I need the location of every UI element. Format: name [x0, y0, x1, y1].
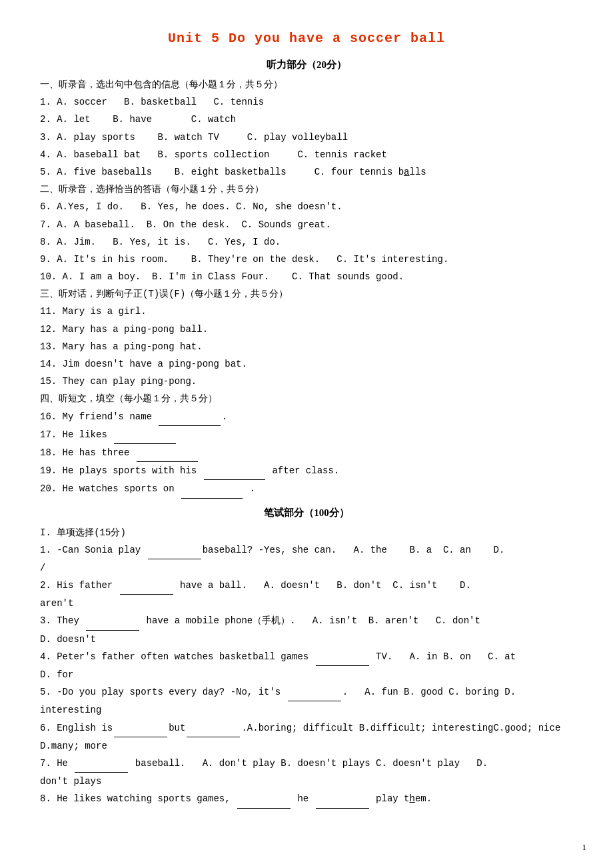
- written-header: 笔试部分（100分）: [40, 504, 573, 522]
- written-item-4-cont: D. for: [40, 667, 573, 683]
- part3-item-11: 11. Mary is a girl.: [40, 303, 573, 320]
- part3-item-14: 14. Jim doesn't have a ping-pong bat.: [40, 356, 573, 373]
- written-part1-instruction: I. 单项选择(15分): [40, 525, 573, 541]
- part3-item-13: 13. Mary has a ping-pong hat.: [40, 339, 573, 355]
- part2-item-8: 8. A. Jim. B. Yes, it is. C. Yes, I do.: [40, 234, 573, 251]
- page-title: Unit 5 Do you have a soccer ball: [40, 27, 573, 51]
- written-item-5: 5. -Do you play sports every day? -No, i…: [40, 684, 573, 701]
- written-item-3: 3. They have a mobile phone（手机）. A. isn'…: [40, 613, 573, 630]
- part2-item-9: 9. A. It's in his room. B. They're on th…: [40, 251, 573, 268]
- part2-item-7: 7. A. A baseball. B. On the desk. C. Sou…: [40, 217, 573, 233]
- part4-item-16: 16. My friend's name .: [40, 409, 573, 426]
- part1-item-4: 4. A. baseball bat B. sports collection …: [40, 147, 573, 163]
- part3-item-12: 12. Mary has a ping-pong ball.: [40, 321, 573, 338]
- part4-item-17: 17. He likes: [40, 427, 573, 444]
- listening-header: 听力部分（20分）: [40, 56, 573, 74]
- written-item-8: 8. He likes watching sports games, he pl…: [40, 791, 573, 808]
- written-item-1-cont: /: [40, 560, 573, 577]
- written-item-6: 6. English is but .A.boring; difficult B…: [40, 720, 573, 737]
- written-item-7-cont: don't plays: [40, 773, 573, 790]
- part2-item-6: 6. A.Yes, I do. B. Yes, he does. C. No, …: [40, 199, 573, 215]
- part3-item-15: 15. They can play ping-pong.: [40, 373, 573, 390]
- written-item-5-cont: interesting: [40, 702, 573, 719]
- part1-item-5: 5. A. five baseballs B. eight basketball…: [40, 164, 573, 181]
- written-item-2: 2. His father have a ball. A. doesn't B.…: [40, 577, 573, 595]
- part4-instruction: 四、听短文，填空（每小题１分，共５分）: [40, 391, 573, 407]
- written-item-1: 1. -Can Sonia play baseball? -Yes, she c…: [40, 542, 573, 559]
- part1-item-3: 3. A. play sports B. watch TV C. play vo…: [40, 129, 573, 146]
- written-item-3-cont: D. doesn't: [40, 631, 573, 648]
- written-item-4: 4. Peter's father often watches basketba…: [40, 649, 573, 666]
- written-item-7: 7. He baseball. A. don't play B. doesn't…: [40, 755, 573, 773]
- part4-item-20: 20. He watches sports on .: [40, 481, 573, 498]
- part1-item-1: 1. A. soccer B. basketball C. tennis: [40, 94, 573, 111]
- part2-item-10: 10. A. I am a boy. B. I'm in Class Four.…: [40, 269, 573, 285]
- written-item-2-cont: aren't: [40, 595, 573, 612]
- part3-instruction: 三、听对话，判断句子正(T)误(F)（每小题１分，共５分）: [40, 286, 573, 303]
- part4-item-18: 18. He has three: [40, 445, 573, 462]
- part1-item-2: 2. A. let B. have C. watch: [40, 111, 573, 128]
- part2-instruction: 二、听录音，选择恰当的答语（每小题１分，共５分）: [40, 181, 573, 198]
- part1-instruction: 一、听录音，选出句中包含的信息（每小题１分，共５分）: [40, 77, 573, 93]
- written-item-6-cont: D.many; more: [40, 738, 573, 755]
- part4-item-19: 19. He plays sports with his after class…: [40, 463, 573, 480]
